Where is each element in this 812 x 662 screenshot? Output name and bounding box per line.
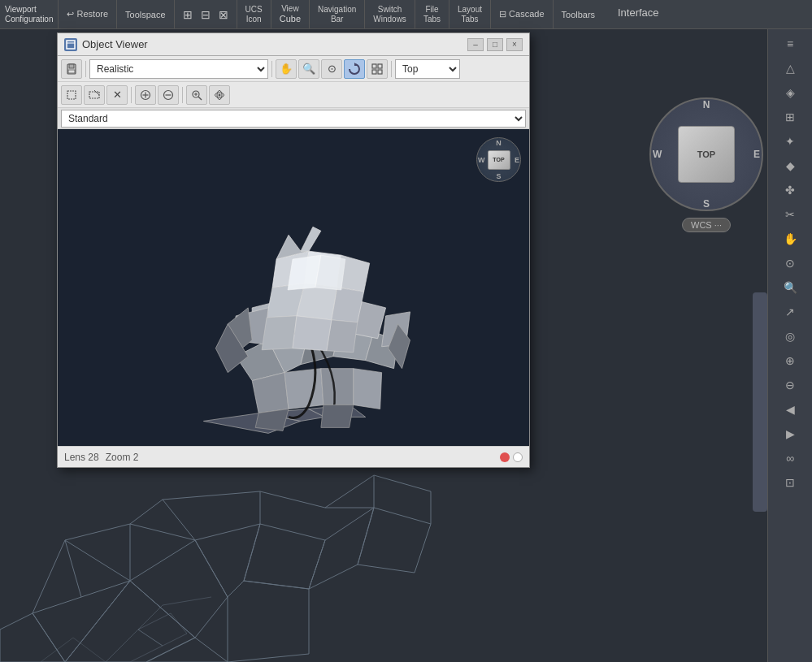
toolbar-group-cascade[interactable]: ⊟ Cascade [491,0,553,28]
toolbar-group-cube[interactable]: ViewCube [271,0,310,28]
right-panel-btn-19[interactable]: ⊡ [777,471,803,494]
toolbar-group-layout-tabs[interactable]: LayoutTabs [449,0,491,28]
nav-cube-center[interactable]: TOP [678,126,735,183]
svg-line-20 [260,491,325,508]
object-viewer-window: Object Viewer – □ × Realistic Conceptual… [57,32,530,468]
toolbar-group-toolbars[interactable]: Toolbars [554,0,604,28]
svg-rect-40 [378,70,382,74]
rotate-button[interactable] [344,59,365,79]
save-button[interactable] [61,59,82,79]
right-panel-btn-8[interactable]: ✂ [777,203,803,226]
toolspace-button[interactable]: Toolspace [122,8,169,21]
right-panel-btn-14[interactable]: ⊕ [777,349,803,372]
visual-style-select[interactable]: Realistic Conceptual Wireframe Shaded [89,59,268,79]
svg-marker-5 [358,508,431,573]
viewer-compass-south: S [496,172,501,180]
right-panel-btn-11[interactable]: 🔍 [777,276,803,299]
toolbar-group-toolspace[interactable]: Toolspace [117,0,175,28]
viewer-icon [64,38,77,51]
right-panel-btn-10[interactable]: ⊙ [777,252,803,275]
toolbars-button[interactable]: Toolbars [558,8,599,21]
zoom-region-button[interactable] [186,85,207,105]
viewer-nav-widget[interactable]: N S W E TOP [476,137,521,182]
viewer-3d-viewport[interactable]: N S W E TOP [58,129,529,446]
svg-point-55 [219,93,221,96]
record-dot-red[interactable] [500,452,510,462]
switch-windows-button[interactable]: SwitchWindows [370,3,410,26]
svg-rect-42 [89,92,99,98]
deselect-button[interactable]: ✕ [106,85,128,105]
svg-marker-90 [293,316,332,351]
orbit-tool-button[interactable] [209,85,230,105]
zoom-label: Zoom 2 [106,452,139,463]
svg-line-13 [65,524,130,540]
svg-line-18 [163,491,260,500]
right-panel-btn-7[interactable]: ✤ [777,179,803,201]
add-button[interactable] [135,85,156,105]
svg-marker-26 [106,630,163,662]
vertical-scroll-panel[interactable] [753,292,767,512]
record-dot-white[interactable] [513,452,523,462]
right-panel-btn-1[interactable]: ≡ [777,32,803,55]
right-panel-btn-9[interactable]: ✋ [777,227,803,250]
right-panel-btn-17[interactable]: ▶ [777,422,803,445]
svg-line-11 [33,540,65,613]
pan-button[interactable]: ✋ [276,59,297,79]
ucs-icon-button[interactable]: UCSIcon [242,3,266,26]
layout-btn3[interactable]: ⊠ [215,6,232,23]
toolbar-group-file-tabs[interactable]: FileTabs [415,0,449,28]
right-panel-btn-13[interactable]: ◎ [777,325,803,348]
right-panel-btn-12[interactable]: ↗ [777,301,803,323]
lens-label: Lens 28 [64,452,99,463]
right-panel-btn-18[interactable]: ∞ [777,447,803,469]
viewer-nav-cube[interactable]: TOP [488,150,510,170]
preset-select[interactable]: Standard [61,110,526,128]
zoom-button[interactable]: 🔍 [298,59,319,79]
layout-btn1[interactable]: ⊞ [180,6,196,23]
maximize-button[interactable]: □ [487,38,503,51]
right-panel-btn-5[interactable]: ✦ [777,130,803,153]
interface-label: Interface [618,6,659,19]
viewer-statusbar: Lens 28 Zoom 2 [58,446,529,467]
record-controls[interactable] [500,452,523,462]
toolbar-group-ucs[interactable]: UCSIcon [237,0,271,28]
right-panel-btn-2[interactable]: △ [777,57,803,80]
svg-marker-30 [41,638,106,662]
view-cube-button[interactable]: ViewCube [276,2,304,26]
cross-select-button[interactable] [84,85,105,105]
wcs-label[interactable]: WCS ··· [682,218,731,232]
compass-west: W [653,149,662,160]
toolbar-group-restore[interactable]: ↩ Restore [59,0,117,28]
file-tabs-button[interactable]: FileTabs [420,3,444,26]
sep-2 [271,61,272,77]
toolbar-group-layout-btns[interactable]: ⊞ ⊟ ⊠ [175,0,237,28]
remove-button[interactable] [158,85,179,105]
toolbar-group-switch[interactable]: SwitchWindows [365,0,415,28]
svg-line-43 [94,90,99,95]
cascade-button[interactable]: ⊟ Cascade [496,7,547,21]
viewer-compass-ring: N S W E TOP [476,137,521,182]
right-panel-btn-4[interactable]: ⊞ [777,106,803,128]
right-panel-btn-6[interactable]: ◆ [777,154,803,177]
svg-marker-78 [284,369,323,409]
zoom-status: Zoom 2 [106,452,139,463]
view-options-button[interactable] [367,59,388,79]
close-button[interactable]: × [506,38,523,51]
orbit-button[interactable]: ⊙ [321,59,342,79]
svg-marker-80 [354,369,382,409]
view-direction-select[interactable]: Top Front Right Left Bottom Back [395,59,460,79]
toolbar-group-viewport: ViewportConfiguration [0,0,59,28]
nav-compass[interactable]: N S W E TOP [649,97,763,211]
right-panel-btn-3[interactable]: ◈ [777,81,803,104]
restore-button[interactable]: ↩ Restore [63,7,111,21]
toolbar-group-navbar[interactable]: NavigationBar [310,0,365,28]
svg-marker-2 [195,524,260,597]
nav-bar-button[interactable]: NavigationBar [315,3,359,26]
box-select-button[interactable] [61,85,82,105]
minimize-button[interactable]: – [467,38,484,51]
window-titlebar[interactable]: Object Viewer – □ × [58,33,529,56]
right-panel-btn-15[interactable]: ⊖ [777,374,803,396]
layout-btn2[interactable]: ⊟ [198,6,214,23]
layout-tabs-button[interactable]: LayoutTabs [454,3,485,26]
right-panel-btn-16[interactable]: ◀ [777,398,803,421]
